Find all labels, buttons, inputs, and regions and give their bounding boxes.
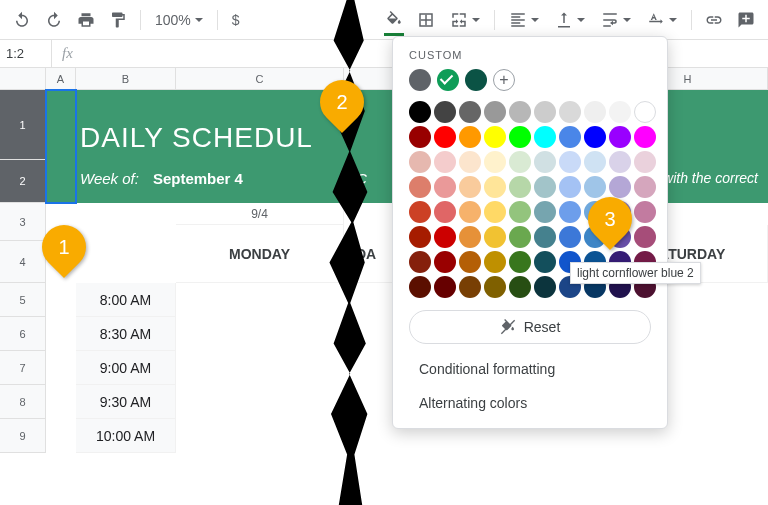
redo-button[interactable] (40, 6, 68, 34)
palette-swatch[interactable] (609, 126, 631, 148)
palette-swatch[interactable] (484, 201, 506, 223)
palette-swatch[interactable] (409, 276, 431, 298)
insert-comment-button[interactable] (732, 6, 760, 34)
row-header[interactable]: 5 (0, 283, 46, 317)
row-header[interactable]: 1 (0, 90, 46, 160)
text-wrap-dropdown[interactable] (595, 6, 637, 34)
row-header[interactable]: 2 (0, 160, 46, 203)
row-header[interactable]: 3 (0, 203, 46, 241)
horizontal-align-dropdown[interactable] (503, 6, 545, 34)
fill-color-button[interactable] (380, 6, 408, 34)
palette-swatch[interactable] (434, 201, 456, 223)
palette-swatch[interactable] (534, 151, 556, 173)
custom-color-swatch[interactable] (409, 69, 431, 91)
palette-swatch[interactable] (634, 151, 656, 173)
palette-swatch[interactable] (634, 176, 656, 198)
palette-swatch[interactable] (409, 176, 431, 198)
palette-swatch[interactable] (609, 176, 631, 198)
name-box[interactable]: 1:2 (0, 40, 52, 67)
time-cell[interactable]: 8:30 AM (76, 317, 176, 351)
palette-swatch[interactable] (434, 126, 456, 148)
add-custom-color-button[interactable]: + (493, 69, 515, 91)
palette-swatch[interactable] (409, 101, 431, 123)
column-header[interactable]: C (176, 68, 344, 90)
row-header[interactable]: 6 (0, 317, 46, 351)
palette-swatch[interactable] (559, 101, 581, 123)
palette-swatch[interactable] (484, 126, 506, 148)
palette-swatch[interactable] (484, 176, 506, 198)
palette-swatch[interactable] (634, 126, 656, 148)
time-cell[interactable]: 10:00 AM (76, 419, 176, 453)
paint-format-button[interactable] (104, 6, 132, 34)
print-button[interactable] (72, 6, 100, 34)
merge-cells-dropdown[interactable] (444, 6, 486, 34)
palette-swatch[interactable] (509, 201, 531, 223)
palette-swatch[interactable] (609, 101, 631, 123)
palette-swatch[interactable] (484, 101, 506, 123)
row-header[interactable]: 9 (0, 419, 46, 453)
palette-swatch[interactable] (434, 101, 456, 123)
palette-swatch[interactable] (534, 251, 556, 273)
palette-swatch[interactable] (534, 226, 556, 248)
reset-color-button[interactable]: Reset (409, 310, 651, 344)
undo-button[interactable] (8, 6, 36, 34)
borders-button[interactable] (412, 6, 440, 34)
palette-swatch[interactable] (484, 251, 506, 273)
palette-swatch[interactable] (459, 251, 481, 273)
zoom-dropdown[interactable]: 100% (149, 6, 209, 34)
palette-swatch[interactable] (459, 201, 481, 223)
palette-swatch[interactable] (559, 126, 581, 148)
currency-format-button[interactable]: $ (226, 6, 246, 34)
palette-swatch[interactable] (584, 151, 606, 173)
palette-swatch[interactable] (559, 226, 581, 248)
time-cell[interactable]: 8:00 AM (76, 283, 176, 317)
row-header[interactable]: 4 (0, 241, 46, 283)
palette-swatch[interactable] (409, 126, 431, 148)
palette-swatch[interactable] (534, 176, 556, 198)
select-all-corner[interactable] (0, 68, 46, 90)
row-header[interactable]: 8 (0, 385, 46, 419)
palette-swatch[interactable] (459, 101, 481, 123)
palette-swatch[interactable] (459, 151, 481, 173)
palette-swatch[interactable] (584, 126, 606, 148)
palette-swatch[interactable] (434, 176, 456, 198)
palette-swatch[interactable] (434, 251, 456, 273)
palette-swatch[interactable] (559, 176, 581, 198)
palette-swatch[interactable] (584, 101, 606, 123)
custom-color-swatch-selected[interactable] (437, 69, 459, 91)
palette-swatch[interactable] (559, 151, 581, 173)
palette-swatch[interactable] (509, 251, 531, 273)
palette-swatch[interactable] (634, 226, 656, 248)
palette-swatch[interactable] (534, 276, 556, 298)
time-cell[interactable]: 9:30 AM (76, 385, 176, 419)
palette-swatch[interactable] (484, 151, 506, 173)
conditional-formatting-link[interactable]: Conditional formatting (409, 352, 651, 386)
palette-swatch[interactable] (509, 101, 531, 123)
palette-swatch[interactable] (534, 201, 556, 223)
palette-swatch[interactable] (509, 276, 531, 298)
column-header[interactable]: A (46, 68, 76, 90)
palette-swatch[interactable] (534, 101, 556, 123)
alternating-colors-link[interactable]: Alternating colors (409, 386, 651, 420)
palette-swatch[interactable] (509, 176, 531, 198)
custom-color-swatch[interactable] (465, 69, 487, 91)
palette-swatch[interactable] (434, 151, 456, 173)
palette-swatch[interactable] (534, 126, 556, 148)
palette-swatch[interactable] (434, 226, 456, 248)
palette-swatch[interactable] (584, 176, 606, 198)
text-rotation-dropdown[interactable] (641, 6, 683, 34)
vertical-align-dropdown[interactable] (549, 6, 591, 34)
palette-swatch[interactable] (459, 276, 481, 298)
palette-swatch[interactable] (484, 276, 506, 298)
palette-swatch[interactable] (609, 151, 631, 173)
column-header[interactable]: B (76, 68, 176, 90)
palette-swatch[interactable] (409, 251, 431, 273)
palette-swatch[interactable] (559, 201, 581, 223)
palette-swatch[interactable] (409, 226, 431, 248)
palette-swatch[interactable] (434, 276, 456, 298)
time-cell[interactable]: 9:00 AM (76, 351, 176, 385)
palette-swatch[interactable] (634, 201, 656, 223)
row-header[interactable]: 7 (0, 351, 46, 385)
palette-swatch[interactable] (509, 151, 531, 173)
palette-swatch[interactable] (409, 151, 431, 173)
